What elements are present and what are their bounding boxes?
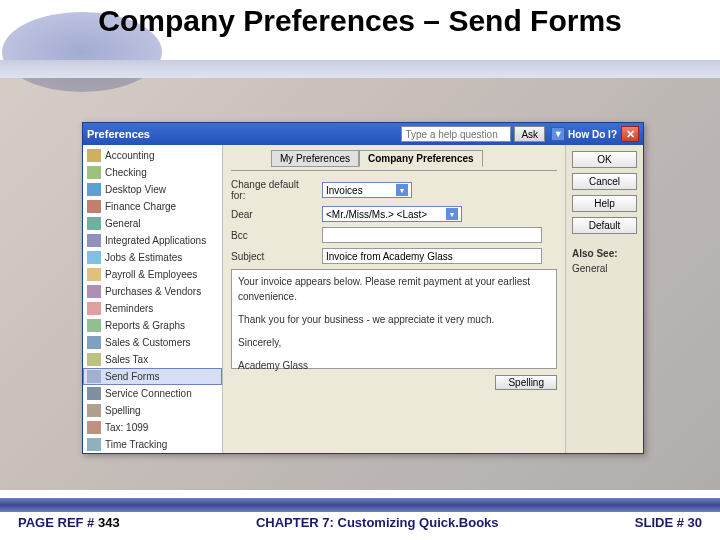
- bg-band: [0, 60, 720, 78]
- sidebar-icon: [87, 183, 101, 196]
- email-body-textarea[interactable]: Your invoice appears below. Please remit…: [231, 269, 557, 369]
- how-do-i-dropdown[interactable]: ▼ How Do I?: [551, 127, 617, 141]
- dear-value: <Mr./Miss/Ms.> <Last>: [326, 209, 427, 220]
- chevron-down-icon: ▾: [446, 208, 458, 220]
- sidebar-item-label: General: [105, 218, 141, 229]
- sidebar-item-label: Spelling: [105, 405, 141, 416]
- sidebar-item-spelling[interactable]: Spelling: [83, 402, 222, 419]
- sidebar-item-general[interactable]: General: [83, 215, 222, 232]
- sidebar-item-label: Accounting: [105, 150, 154, 161]
- help-search-group: Ask: [401, 126, 545, 142]
- chevron-down-icon: ▾: [396, 184, 408, 196]
- sidebar-item-sales-customers[interactable]: Sales & Customers: [83, 334, 222, 351]
- sidebar-icon: [87, 302, 101, 315]
- form-area: My Preferences Company Preferences Chang…: [223, 145, 565, 453]
- preferences-sidebar: AccountingCheckingDesktop ViewFinance Ch…: [83, 145, 223, 453]
- sidebar-item-label: Reports & Graphs: [105, 320, 185, 331]
- sidebar-icon: [87, 370, 101, 383]
- close-icon: ✕: [626, 128, 635, 141]
- sidebar-item-label: Desktop View: [105, 184, 166, 195]
- sidebar-item-label: Send Forms: [105, 371, 159, 382]
- sidebar-icon: [87, 166, 101, 179]
- sidebar-item-label: Jobs & Estimates: [105, 252, 182, 263]
- close-button[interactable]: ✕: [621, 126, 639, 142]
- sidebar-item-label: Payroll & Employees: [105, 269, 197, 280]
- sidebar-item-payroll-employees[interactable]: Payroll & Employees: [83, 266, 222, 283]
- tab-my-preferences[interactable]: My Preferences: [271, 150, 359, 167]
- sidebar-item-label: Purchases & Vendors: [105, 286, 201, 297]
- sidebar-item-label: Reminders: [105, 303, 153, 314]
- sidebar-item-label: Finance Charge: [105, 201, 176, 212]
- slide-title: Company Preferences – Send Forms: [0, 0, 720, 37]
- bcc-label: Bcc: [231, 230, 316, 241]
- sidebar-icon: [87, 319, 101, 332]
- help-search-input[interactable]: [401, 126, 511, 142]
- page-ref-label: PAGE REF #: [18, 515, 94, 530]
- sidebar-item-label: Sales & Customers: [105, 337, 191, 348]
- sidebar-icon: [87, 200, 101, 213]
- page-ref: PAGE REF # 343: [18, 515, 120, 530]
- sidebar-icon: [87, 404, 101, 417]
- page-ref-value: 343: [98, 515, 120, 530]
- footer-divider: [0, 498, 720, 512]
- sidebar-item-label: Tax: 1099: [105, 422, 148, 433]
- spelling-button[interactable]: Spelling: [495, 375, 557, 390]
- sidebar-item-desktop-view[interactable]: Desktop View: [83, 181, 222, 198]
- tab-company-preferences[interactable]: Company Preferences: [359, 150, 483, 167]
- bcc-input[interactable]: [322, 227, 542, 243]
- sidebar-icon: [87, 217, 101, 230]
- slide-number: SLIDE # 30: [635, 515, 702, 530]
- sidebar-item-reports-graphs[interactable]: Reports & Graphs: [83, 317, 222, 334]
- body-line: Academy Glass: [238, 358, 550, 373]
- sidebar-item-label: Checking: [105, 167, 147, 178]
- sidebar-item-checking[interactable]: Checking: [83, 164, 222, 181]
- sidebar-item-label: Integrated Applications: [105, 235, 206, 246]
- sidebar-icon: [87, 268, 101, 281]
- sidebar-item-accounting[interactable]: Accounting: [83, 147, 222, 164]
- sidebar-icon: [87, 336, 101, 349]
- subject-label: Subject: [231, 251, 316, 262]
- sidebar-item-tax-1099[interactable]: Tax: 1099: [83, 419, 222, 436]
- preferences-window: Preferences Ask ▼ How Do I? ✕ Accounting…: [82, 122, 644, 454]
- also-see-heading: Also See:: [572, 248, 637, 259]
- change-default-value: Invoices: [326, 185, 363, 196]
- right-button-panel: OK Cancel Help Default Also See: General: [565, 145, 643, 453]
- sidebar-icon: [87, 149, 101, 162]
- sidebar-item-integrated-applications[interactable]: Integrated Applications: [83, 232, 222, 249]
- sidebar-item-send-forms[interactable]: Send Forms: [83, 368, 222, 385]
- chevron-down-icon: ▼: [551, 127, 565, 141]
- sidebar-icon: [87, 251, 101, 264]
- sidebar-icon: [87, 285, 101, 298]
- ask-button[interactable]: Ask: [514, 126, 545, 142]
- how-do-i-label: How Do I?: [568, 129, 617, 140]
- sidebar-item-finance-charge[interactable]: Finance Charge: [83, 198, 222, 215]
- dear-select[interactable]: <Mr./Miss/Ms.> <Last> ▾: [322, 206, 462, 222]
- sidebar-item-time-tracking[interactable]: Time Tracking: [83, 436, 222, 453]
- also-see-general-link[interactable]: General: [572, 263, 637, 274]
- sidebar-item-sales-tax[interactable]: Sales Tax: [83, 351, 222, 368]
- help-button[interactable]: Help: [572, 195, 637, 212]
- dear-label: Dear: [231, 209, 316, 220]
- sidebar-item-purchases-vendors[interactable]: Purchases & Vendors: [83, 283, 222, 300]
- cancel-button[interactable]: Cancel: [572, 173, 637, 190]
- sidebar-item-jobs-estimates[interactable]: Jobs & Estimates: [83, 249, 222, 266]
- change-default-select[interactable]: Invoices ▾: [322, 182, 412, 198]
- sidebar-icon: [87, 234, 101, 247]
- slide-footer: PAGE REF # 343 CHAPTER 7: Customizing Qu…: [0, 494, 720, 540]
- sidebar-item-reminders[interactable]: Reminders: [83, 300, 222, 317]
- sidebar-item-label: Service Connection: [105, 388, 192, 399]
- default-button[interactable]: Default: [572, 217, 637, 234]
- sidebar-icon: [87, 421, 101, 434]
- sidebar-item-label: Sales Tax: [105, 354, 148, 365]
- ok-button[interactable]: OK: [572, 151, 637, 168]
- sidebar-item-service-connection[interactable]: Service Connection: [83, 385, 222, 402]
- body-line: Sincerely,: [238, 335, 550, 350]
- titlebar: Preferences Ask ▼ How Do I? ✕: [83, 123, 643, 145]
- body-line: Thank you for your business - we appreci…: [238, 312, 550, 327]
- sidebar-item-label: Time Tracking: [105, 439, 167, 450]
- subject-input[interactable]: [322, 248, 542, 264]
- sidebar-icon: [87, 387, 101, 400]
- change-default-label: Change default for:: [231, 179, 316, 201]
- chapter-label: CHAPTER 7: Customizing Quick.Books: [256, 515, 499, 530]
- body-line: Your invoice appears below. Please remit…: [238, 274, 550, 304]
